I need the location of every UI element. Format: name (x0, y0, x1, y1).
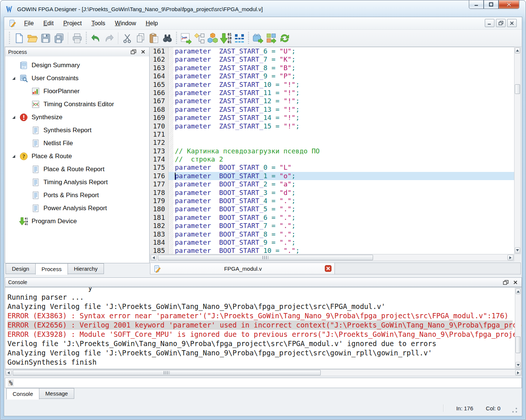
process-panel-header[interactable]: Process (5, 47, 150, 57)
scroll-down-arrow[interactable] (516, 362, 520, 368)
expander-icon[interactable] (10, 76, 19, 80)
code-line-176[interactable]: 176parameter BOOT_START_1 = "o"; (150, 172, 514, 180)
menu-edit[interactable]: Edit (39, 17, 59, 29)
editor-vertical-scrollbar[interactable] (514, 47, 521, 254)
code-line-184[interactable]: 184parameter BOOT_START_9 = "."; (150, 238, 514, 247)
tree-item-netlist-file[interactable]: Netlist File (5, 137, 149, 150)
code-line-183[interactable]: 183parameter BOOT_START_8 = "."; (150, 230, 514, 238)
code-text[interactable]: parameter ZAST_START_9 = "P"; (173, 72, 514, 80)
cut-button[interactable] (121, 31, 134, 45)
menu-window[interactable]: Window (110, 17, 141, 29)
copy-button[interactable] (134, 31, 147, 45)
code-text[interactable]: parameter ZAST_START_14 = "!"; (173, 114, 514, 122)
code-line-165[interactable]: 165parameter ZAST_START_10 = "!"; (150, 81, 514, 89)
code-text[interactable]: parameter ZAST_START_15 = "!"; (173, 122, 514, 130)
code-line-168[interactable]: 168parameter ZAST_START_13 = "!"; (150, 105, 514, 114)
mdi-minimize-button[interactable] (485, 19, 494, 27)
code-line-167[interactable]: 167parameter ZAST_START_12 = "!"; (150, 97, 514, 105)
code-line-166[interactable]: 166parameter ZAST_START_11 = "!"; (150, 89, 514, 97)
code-line-170[interactable]: 170parameter ZAST_START_15 = "!"; (150, 122, 514, 130)
code-text[interactable]: parameter BOOT_START_0 = "L" (173, 163, 514, 172)
code-text[interactable]: parameter ZAST_START_11 = "!"; (173, 89, 514, 97)
tree-item-program-device[interactable]: 011001Program Device (5, 215, 149, 228)
code-text[interactable]: parameter BOOT_START_3 = "d"; (173, 189, 514, 197)
console-error-line[interactable]: ERROR (EX2656) : Verilog 2001 keyword 'p… (7, 320, 513, 330)
code-text[interactable]: parameter ZAST_START_8 = "B"; (173, 64, 514, 72)
schematic-button[interactable] (193, 31, 206, 45)
editor-hscroll-thumb[interactable] (158, 255, 373, 260)
code-line-178[interactable]: 178parameter BOOT_START_3 = "d"; (150, 189, 514, 197)
code-line-174[interactable]: 174// строка 2 (150, 155, 514, 163)
new-file-button[interactable] (12, 31, 26, 45)
menu-help[interactable]: Help (141, 17, 163, 29)
editor-vscroll-thumb[interactable] (515, 84, 520, 94)
mdi-restore-button[interactable] (496, 19, 506, 27)
find-button[interactable] (161, 31, 174, 45)
tree-item-timing-constraints-editor[interactable]: Timing Constraints Editor (5, 98, 149, 111)
dock-tab-process[interactable]: Process (35, 263, 68, 275)
code-line-163[interactable]: 163parameter ZAST_START_8 = "B"; (150, 64, 514, 72)
process-float-button[interactable] (130, 49, 137, 55)
console-line[interactable]: Analyzing Verilog file 'J:\Proekts_GoWin… (7, 348, 513, 358)
scroll-up-arrow[interactable] (515, 48, 520, 53)
code-text[interactable]: // строка 2 (173, 155, 514, 163)
code-line-173[interactable]: 173// Картинка псевдозагрузки псевдо ПО (150, 147, 514, 155)
code-line-182[interactable]: 182parameter BOOT_START_7 = "."; (150, 222, 514, 230)
print-button[interactable] (71, 31, 84, 45)
console-close-button[interactable] (512, 279, 519, 285)
code-text[interactable]: parameter ZAST_START_12 = "!"; (173, 97, 514, 105)
expander-icon[interactable] (10, 154, 19, 158)
scroll-down-arrow[interactable] (515, 247, 520, 253)
scroll-left-arrow[interactable] (6, 370, 12, 375)
scroll-right-arrow[interactable] (507, 255, 513, 260)
code-text[interactable]: parameter BOOT_START_4 = "."; (173, 197, 514, 205)
console-error-line[interactable]: ERROR (EX3863) : Syntax error near 'para… (7, 311, 513, 320)
tree-item-ports-pins-report[interactable]: Ports & Pins Report (5, 189, 149, 202)
dock-tab-hierarchy[interactable]: Hierarchy (68, 263, 104, 274)
console-hscroll-thumb[interactable] (13, 370, 321, 375)
console-float-button[interactable] (502, 279, 509, 285)
console-horizontal-scrollbar[interactable] (5, 369, 522, 376)
bits-button[interactable] (233, 31, 246, 45)
code-text[interactable]: parameter BOOT_START_1 = "o"; (173, 172, 514, 180)
save-all-button[interactable] (52, 31, 66, 45)
process-close-button[interactable] (140, 49, 146, 55)
code-text[interactable]: // Картинка псевдозагрузки псевдо ПО (173, 147, 514, 155)
paste-button[interactable] (147, 31, 161, 45)
code-text[interactable]: parameter BOOT_START_10 = "."; (173, 247, 514, 254)
close-button[interactable] (499, 0, 519, 9)
code-text[interactable]: parameter BOOT_START_9 = "."; (173, 238, 514, 247)
tree-item-synthesis-report[interactable]: Synthesis Report (5, 124, 149, 137)
code-text[interactable]: parameter ZAST_START_10 = "!"; (173, 81, 514, 89)
place-route-button[interactable] (206, 31, 219, 45)
code-line-164[interactable]: 164parameter ZAST_START_9 = "P"; (150, 72, 514, 80)
minimize-button[interactable] (469, 0, 484, 9)
program-button[interactable]: 011001 (219, 31, 233, 45)
tree-item-timing-analysis-report[interactable]: Timing Analysis Report (5, 176, 149, 189)
menu-file[interactable]: File (19, 17, 39, 29)
bottom-tab-console[interactable]: Console (6, 388, 39, 400)
code-line-180[interactable]: 180parameter BOOT_START_5 = "."; (150, 205, 514, 213)
refresh-button[interactable] (278, 31, 291, 45)
console-line[interactable]: Analyzing Verilog file 'J:\Proekts_GoWin… (7, 302, 513, 311)
code-line-161[interactable]: 161parameter ZAST_START_6 = "U"; (150, 47, 514, 55)
tree-item-place-route[interactable]: ?Place & Route (5, 150, 149, 163)
code-text[interactable]: parameter BOOT_START_8 = "."; (173, 230, 514, 238)
tree-item-floorplanner[interactable]: FloorPlanner (5, 85, 149, 98)
synthesize-button[interactable] (179, 31, 193, 45)
console-line[interactable]: Running parser ... (7, 293, 513, 302)
code-text[interactable]: parameter ZAST_START_6 = "U"; (173, 47, 514, 55)
title-bar[interactable]: GOWIN FPGA Designer - [J:\Proekts_GoWin\… (6, 3, 451, 15)
tree-item-place-route-report[interactable]: Place & Route Report (5, 163, 149, 176)
code-line-175[interactable]: 175parameter BOOT_START_0 = "L" (150, 163, 514, 172)
analyzer-button[interactable] (265, 31, 278, 45)
code-line-179[interactable]: 179parameter BOOT_START_4 = "."; (150, 197, 514, 205)
code-line-172[interactable]: 172 (150, 139, 514, 147)
console-line[interactable]: Verilog file 'J:\Proekts_GoWin\Tang_Nano… (7, 339, 513, 348)
console-vscroll-thumb[interactable] (516, 336, 520, 353)
code-line-177[interactable]: 177parameter BOOT_START_2 = "a"; (150, 180, 514, 188)
code-text[interactable]: parameter BOOT_START_7 = "."; (173, 222, 514, 230)
expander-icon[interactable] (10, 115, 19, 119)
code-line-185[interactable]: 185parameter BOOT_START_10 = "."; (150, 247, 514, 254)
code-text[interactable] (173, 139, 514, 147)
